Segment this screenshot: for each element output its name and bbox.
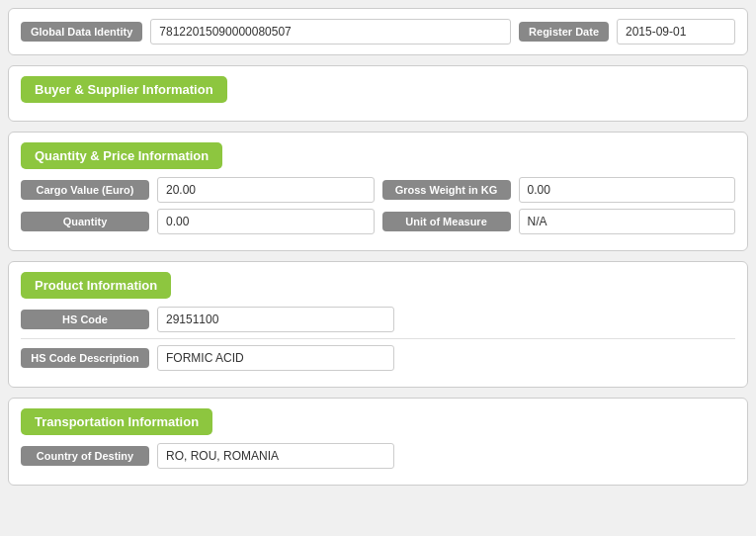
quantity-label: Quantity xyxy=(21,212,149,231)
register-date-label: Register Date xyxy=(519,22,609,42)
cargo-value-col: Cargo Value (Euro) 20.00 xyxy=(21,177,375,203)
quantity-price-title-row: Quantity & Price Information xyxy=(21,142,735,169)
transportation-card: Transportation Information Country of De… xyxy=(8,398,748,486)
cargo-gross-row: Cargo Value (Euro) 20.00 Gross Weight in… xyxy=(21,177,735,203)
buyer-supplier-card: Buyer & Supplier Information xyxy=(8,65,748,122)
hs-code-desc-label: HS Code Description xyxy=(21,348,149,368)
buyer-supplier-title-row: Buyer & Supplier Information xyxy=(21,76,735,103)
quantity-price-card: Quantity & Price Information Cargo Value… xyxy=(8,132,748,251)
gross-weight-value: 0.00 xyxy=(519,177,736,203)
country-destiny-row: Country of Destiny RO, ROU, ROMANIA xyxy=(21,443,735,469)
unit-of-measure-value: N/A xyxy=(519,209,736,234)
hs-code-label: HS Code xyxy=(21,310,149,329)
unit-of-measure-label: Unit of Measure xyxy=(382,212,511,231)
quantity-price-title: Quantity & Price Information xyxy=(21,142,222,169)
cargo-value-value: 20.00 xyxy=(157,177,375,203)
hs-code-value: 29151100 xyxy=(157,307,394,332)
gross-weight-col: Gross Weight in KG 0.00 xyxy=(382,177,736,203)
product-divider xyxy=(21,338,735,339)
buyer-supplier-title: Buyer & Supplier Information xyxy=(21,76,227,103)
header-row: Global Data Identity 7812201509000008050… xyxy=(21,19,735,45)
hs-code-row: HS Code 29151100 xyxy=(21,307,735,332)
cargo-value-label: Cargo Value (Euro) xyxy=(21,180,149,200)
product-card: Product Information HS Code 29151100 HS … xyxy=(8,261,748,388)
transportation-title-row: Transportation Information xyxy=(21,408,735,435)
transportation-title: Transportation Information xyxy=(21,408,212,435)
global-data-identity-label: Global Data Identity xyxy=(21,22,142,42)
global-data-card: Global Data Identity 7812201509000008050… xyxy=(8,8,748,55)
global-data-identity-value: 78122015090000080507 xyxy=(150,19,511,45)
uom-col: Unit of Measure N/A xyxy=(382,209,736,234)
product-title-row: Product Information xyxy=(21,272,735,299)
country-of-destiny-value: RO, ROU, ROMANIA xyxy=(157,443,394,469)
quantity-uom-row: Quantity 0.00 Unit of Measure N/A xyxy=(21,209,735,234)
product-title: Product Information xyxy=(21,272,171,299)
gross-weight-label: Gross Weight in KG xyxy=(382,180,511,200)
quantity-col: Quantity 0.00 xyxy=(21,209,375,234)
country-of-destiny-label: Country of Destiny xyxy=(21,446,149,466)
hs-code-desc-row: HS Code Description FORMIC ACID xyxy=(21,345,735,371)
register-date-value: 2015-09-01 xyxy=(617,19,735,45)
quantity-value: 0.00 xyxy=(157,209,375,234)
hs-code-desc-value: FORMIC ACID xyxy=(157,345,394,371)
